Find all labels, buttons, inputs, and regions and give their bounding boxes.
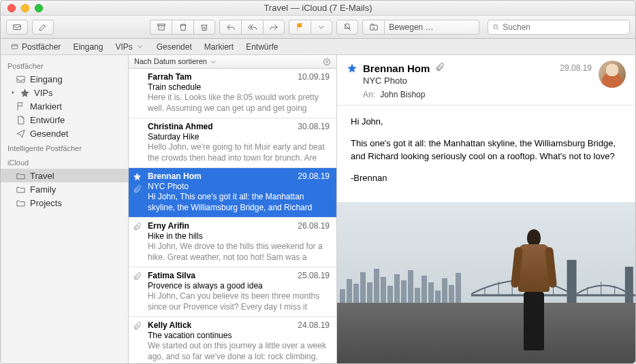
sidebar-item-drafts[interactable]: Entwürfe <box>1 113 128 127</box>
move-to-button[interactable] <box>362 20 384 35</box>
fav-flagged[interactable]: Markiert <box>199 41 239 53</box>
sidebar-item-label: Travel <box>30 171 54 181</box>
sort-label: Nach Datum sortieren <box>134 57 207 65</box>
paperplane-icon <box>16 129 26 139</box>
message-item[interactable]: Christina Ahmed30.08.19Saturday HikeHell… <box>129 118 336 168</box>
svg-rect-4 <box>12 44 18 49</box>
avatar <box>599 61 626 88</box>
folder-icon <box>16 184 26 195</box>
message-item[interactable]: Kelly Altick24.08.19The vacation continu… <box>129 317 336 364</box>
junk-button[interactable] <box>193 20 215 35</box>
message-date: 30.08.19 <box>298 122 330 131</box>
message-preview: Hello John, we're going to hit Muir earl… <box>148 142 330 164</box>
fav-sent[interactable]: Gesendet <box>151 41 197 53</box>
delete-button[interactable] <box>172 20 193 35</box>
message-preview: Hi John, Can you believe its been three … <box>148 291 330 313</box>
move-button[interactable]: Bewegen … <box>384 20 479 35</box>
mute-button[interactable] <box>336 20 358 35</box>
message-item[interactable]: Farrah Tam10.09.19Train scheduleHere it … <box>129 69 336 118</box>
sidebar-item-inbox[interactable]: Eingang <box>1 72 128 86</box>
flag-menu-button[interactable] <box>311 20 332 35</box>
message-date: 26.08.19 <box>298 221 330 231</box>
message-date: 29.08.19 <box>298 171 330 181</box>
sort-bar[interactable]: Nach Datum sortieren <box>129 55 336 69</box>
filter-icon[interactable] <box>323 58 331 66</box>
sidebar-item-label: Gesendet <box>30 129 68 139</box>
message-date: 24.08.19 <box>298 320 330 330</box>
chevron-down-icon <box>136 42 144 51</box>
sidebar-item-projects[interactable]: Projects <box>1 196 128 210</box>
folder-icon <box>16 171 26 181</box>
message-item[interactable]: Brennan Hom29.08.19NYC PhotoHi John, Thi… <box>129 168 336 218</box>
message-subject: Train schedule <box>148 82 330 92</box>
recipient-row: An: John Bishop <box>363 90 626 99</box>
fav-label: Entwürfe <box>246 42 278 52</box>
preview-pane: Brennan Hom 29.08.19 NYC Photo An: John … <box>337 55 635 364</box>
disclosure-icon <box>10 90 16 95</box>
recipient-name: John Bishop <box>380 90 425 99</box>
fav-vips[interactable]: VIPs <box>110 41 149 53</box>
sidebar-section-header: iCloud <box>1 154 128 169</box>
message-indicators <box>133 222 142 233</box>
message-subject: The vacation continues <box>148 331 330 340</box>
message-list: Nach Datum sortieren Farrah Tam10.09.19T… <box>129 55 337 364</box>
vip-star-icon[interactable] <box>347 63 357 73</box>
message-subject: Hike in the hills <box>148 231 330 241</box>
search-input[interactable] <box>503 22 625 32</box>
to-label: An: <box>363 90 375 99</box>
draft-icon <box>16 115 26 125</box>
flag-button[interactable] <box>289 20 311 35</box>
reply-button[interactable] <box>219 20 241 35</box>
sidebar-item-label: Projects <box>30 198 62 208</box>
search-icon <box>492 23 500 31</box>
sidebar-item-sent[interactable]: Gesendet <box>1 127 128 140</box>
fav-inbox[interactable]: Eingang <box>67 41 108 53</box>
message-indicators <box>133 321 142 332</box>
sidebar-item-flagged[interactable]: Markiert <box>1 99 128 113</box>
search-field[interactable] <box>488 20 630 35</box>
fav-label: Markiert <box>204 42 234 52</box>
sidebar-item-family[interactable]: Family <box>1 182 128 196</box>
get-mail-button[interactable] <box>6 20 28 35</box>
fav-mailboxes[interactable]: Postfächer <box>5 41 66 53</box>
body-line: This one's got it all: the Manhattan sky… <box>351 137 622 163</box>
fav-drafts[interactable]: Entwürfe <box>240 41 283 53</box>
fav-label: Eingang <box>73 42 103 52</box>
message-date: 10.09.19 <box>298 72 330 82</box>
message-indicators <box>133 271 142 282</box>
mailboxes-icon <box>10 42 19 51</box>
inbox-icon <box>16 74 26 84</box>
message-body: Hi John, This one's got it all: the Manh… <box>337 105 635 202</box>
window-title: Travel — iCloud (7 E-Mails) <box>1 3 635 13</box>
compose-button[interactable] <box>32 20 54 35</box>
message-date: 25.08.19 <box>298 271 330 280</box>
archive-button[interactable] <box>150 20 172 35</box>
svg-point-5 <box>324 59 330 65</box>
titlebar: Travel — iCloud (7 E-Mails) <box>1 1 635 16</box>
fav-label: Gesendet <box>157 42 192 52</box>
message-subject: Saturday Hike <box>148 132 330 142</box>
forward-button[interactable] <box>263 20 285 35</box>
svg-rect-1 <box>157 24 165 25</box>
sidebar-item-vips[interactable]: VIPs <box>1 86 128 99</box>
message-subject: NYC Photo <box>148 182 330 191</box>
svg-point-3 <box>494 24 498 29</box>
message-item[interactable]: Erny Arifin26.08.19Hike in the hillsHi J… <box>129 218 336 267</box>
person-graphic <box>510 229 558 352</box>
sender-name: Brennan Hom <box>363 63 430 74</box>
svg-rect-6 <box>567 260 577 308</box>
flag-icon <box>16 101 26 112</box>
fav-label: Postfächer <box>22 42 61 52</box>
folder-icon <box>16 198 26 208</box>
sidebar-item-travel[interactable]: Travel <box>1 169 128 182</box>
message-item[interactable]: Fatima Silva25.08.19Provence is always a… <box>129 267 336 317</box>
message-preview: Hi John, We drove to the hills this week… <box>148 242 330 263</box>
sidebar-item-label: Entwürfe <box>30 115 65 125</box>
star-icon <box>20 88 30 98</box>
fav-label: VIPs <box>115 42 132 52</box>
svg-rect-7 <box>625 267 633 308</box>
message-preview: Here it is. Looks like the 8:05 would wo… <box>148 93 330 114</box>
reply-all-button[interactable] <box>241 20 263 35</box>
svg-rect-0 <box>14 24 21 29</box>
message-header: Brennan Hom 29.08.19 NYC Photo An: John … <box>337 55 635 105</box>
